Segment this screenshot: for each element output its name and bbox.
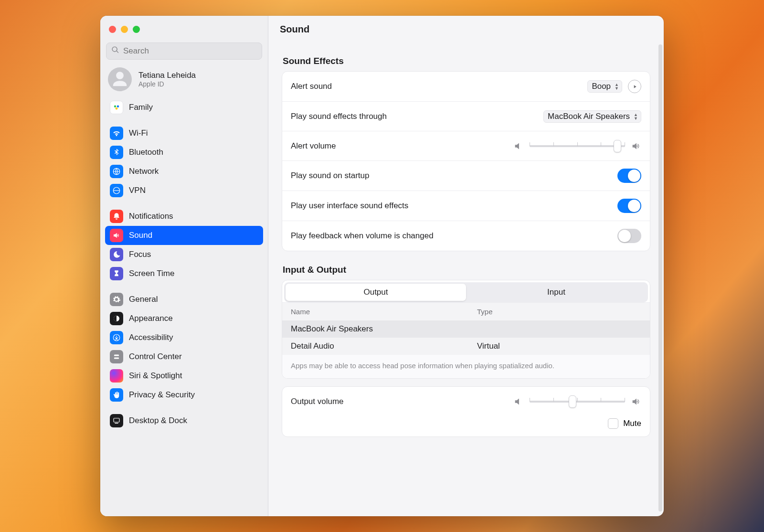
account-subtitle: Apple ID (138, 80, 196, 88)
sidebar-item-focus[interactable]: Focus (105, 245, 263, 264)
accessibility-icon (110, 331, 123, 344)
minimize-window-button[interactable] (121, 26, 128, 33)
output-volume-card: Output volume Mute (282, 386, 650, 437)
alert-sound-select[interactable]: Boop ▲▼ (587, 80, 622, 93)
sidebar-item-desktop-dock[interactable]: Desktop & Dock (105, 411, 263, 430)
sidebar-item-label: Desktop & Dock (129, 416, 187, 426)
speaker-high-icon (631, 141, 641, 151)
sidebar-item-family[interactable]: Family (105, 98, 263, 117)
svg-point-2 (116, 107, 118, 110)
output-volume-slider[interactable] (530, 397, 625, 406)
account-name: Tetiana Leheida (138, 71, 196, 80)
sidebar-item-label: Privacy & Security (129, 390, 195, 400)
search-input[interactable] (123, 46, 257, 56)
column-name: Name (291, 308, 477, 316)
siri-icon (110, 369, 123, 383)
alert-volume-label: Alert volume (291, 141, 336, 151)
wifi-icon (110, 127, 123, 140)
family-icon (110, 101, 123, 114)
sidebar-item-label: Network (129, 167, 159, 176)
tab-output[interactable]: Output (286, 284, 466, 301)
sidebar-item-label: Screen Time (129, 269, 174, 278)
bluetooth-icon (110, 146, 123, 159)
sound-effects-card: Alert sound Boop ▲▼ Play sound effects t… (282, 71, 650, 251)
content-pane: Sound Sound Effects Alert sound Boop ▲▼ (268, 16, 664, 516)
scrollbar[interactable] (658, 44, 662, 511)
sidebar-item-privacy-security[interactable]: Privacy & Security (105, 385, 263, 404)
sidebar-item-label: Focus (129, 250, 151, 259)
ui-sounds-label: Play user interface sound effects (291, 201, 408, 211)
window-controls (100, 16, 268, 43)
sidebar-item-label: Sound (129, 231, 152, 240)
sidebar: Tetiana Leheida Apple ID Family Wi-Fi Bl… (100, 16, 268, 516)
svg-point-1 (117, 106, 119, 108)
sidebar-item-bluetooth[interactable]: Bluetooth (105, 143, 263, 162)
section-input-output: Input & Output (283, 265, 649, 275)
svg-rect-10 (114, 418, 119, 422)
chevron-up-down-icon: ▲▼ (614, 83, 620, 90)
volume-feedback-toggle[interactable] (617, 229, 641, 243)
sidebar-item-label: Appearance (129, 314, 173, 323)
sidebar-item-label: VPN (129, 186, 146, 195)
speaker-low-icon (513, 141, 524, 151)
chevron-up-down-icon: ▲▼ (633, 113, 639, 120)
output-volume-label: Output volume (291, 397, 344, 406)
section-sound-effects: Sound Effects (283, 56, 649, 66)
sidebar-item-label: Notifications (129, 212, 173, 221)
sidebar-item-label: Family (129, 103, 153, 112)
search-field[interactable] (106, 43, 262, 60)
sidebar-item-notifications[interactable]: Notifications (105, 207, 263, 226)
svg-rect-9 (114, 358, 119, 359)
startup-sound-label: Play sound on startup (291, 171, 369, 181)
alert-volume-slider[interactable] (530, 141, 625, 151)
play-alert-button[interactable] (628, 80, 641, 93)
sidebar-item-label: Wi-Fi (129, 128, 148, 138)
sidebar-item-control-center[interactable]: Control Center (105, 347, 263, 366)
tab-input[interactable]: Input (466, 284, 647, 301)
page-title: Sound (268, 16, 664, 43)
device-row[interactable]: MacBook Air Speakers (282, 320, 650, 338)
gear-icon (110, 293, 123, 306)
startup-sound-toggle[interactable] (617, 169, 641, 183)
ui-sounds-toggle[interactable] (617, 199, 641, 213)
play-through-label: Play sound effects through (291, 112, 387, 121)
sidebar-item-label: Bluetooth (129, 148, 163, 157)
sound-icon (110, 229, 123, 242)
sidebar-item-sound[interactable]: Sound (105, 226, 263, 245)
sidebar-item-siri-spotlight[interactable]: Siri & Spotlight (105, 366, 263, 385)
avatar-icon (108, 67, 132, 91)
volume-feedback-label: Play feedback when volume is changed (291, 231, 434, 241)
network-icon (110, 165, 123, 178)
io-card: Output Input Name Type MacBook Air Speak… (282, 280, 650, 379)
content-scroll[interactable]: Sound Effects Alert sound Boop ▲▼ (268, 43, 664, 516)
mute-checkbox[interactable] (608, 418, 618, 429)
account-row[interactable]: Tetiana Leheida Apple ID (100, 64, 268, 98)
sliders-icon (110, 350, 123, 363)
maximize-window-button[interactable] (133, 26, 140, 33)
dock-icon (110, 414, 123, 427)
sidebar-item-accessibility[interactable]: Accessibility (105, 328, 263, 347)
close-window-button[interactable] (109, 26, 116, 33)
search-icon (111, 46, 119, 56)
play-through-select[interactable]: MacBook Air Speakers ▲▼ (543, 110, 641, 123)
sidebar-item-appearance[interactable]: Appearance (105, 309, 263, 328)
moon-icon (110, 248, 123, 261)
svg-rect-8 (114, 355, 119, 356)
device-table-note: Apps may be able to access head pose inf… (282, 355, 650, 378)
svg-point-7 (116, 336, 117, 337)
hand-icon (110, 388, 123, 402)
sidebar-item-label: Accessibility (129, 333, 173, 342)
vpn-icon (110, 184, 123, 197)
sidebar-item-general[interactable]: General (105, 290, 263, 309)
sidebar-item-wifi[interactable]: Wi-Fi (105, 124, 263, 143)
io-segmented-control: Output Input (284, 282, 648, 302)
svg-rect-11 (115, 423, 118, 424)
sidebar-item-vpn[interactable]: VPN (105, 181, 263, 200)
sidebar-item-label: Siri & Spotlight (129, 371, 182, 381)
settings-window: Tetiana Leheida Apple ID Family Wi-Fi Bl… (100, 16, 664, 516)
device-row[interactable]: Detail Audio Virtual (282, 338, 650, 355)
sidebar-item-screen-time[interactable]: Screen Time (105, 264, 263, 283)
alert-sound-label: Alert sound (291, 82, 332, 91)
sidebar-item-label: Control Center (129, 352, 182, 362)
sidebar-item-network[interactable]: Network (105, 162, 263, 181)
